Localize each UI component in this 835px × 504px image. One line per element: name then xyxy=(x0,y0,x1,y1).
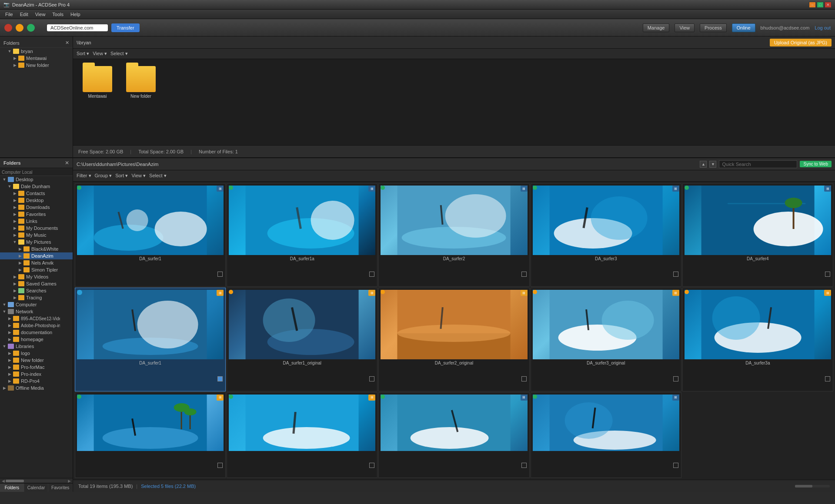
tree-computer[interactable]: ▼ Computer xyxy=(0,301,73,308)
folder-item-mentawai[interactable]: Mentawai xyxy=(80,66,115,99)
filter-btn[interactable]: Filter ▾ xyxy=(77,173,91,179)
upper-select-btn[interactable]: Select ▾ xyxy=(110,51,128,56)
thumb-check-6[interactable] xyxy=(217,376,223,381)
tree-mydocs[interactable]: ▶ My Documents xyxy=(0,225,73,232)
tree-blackwhite[interactable]: ▶ Black&White xyxy=(0,245,73,252)
tree-newfolder2[interactable]: ▶ New folder xyxy=(0,357,73,364)
folder-item-newfolder-large[interactable]: New folder xyxy=(124,66,158,99)
thumb-check-3[interactable] xyxy=(521,272,527,277)
thumb-check-14[interactable] xyxy=(673,463,678,468)
thumb-dasurfer3a[interactable]: ⊞ DA_surfer3a xyxy=(682,288,833,391)
tree-network[interactable]: ▼ Network xyxy=(0,308,73,315)
upper-sort-btn[interactable]: Sort ▾ xyxy=(77,51,89,56)
circle-yellow[interactable] xyxy=(16,24,23,32)
circle-red[interactable] xyxy=(4,24,12,32)
minimize-button[interactable]: – xyxy=(809,2,816,8)
tree-desktop2[interactable]: ▶ Desktop xyxy=(0,197,73,204)
tree-libraries[interactable]: ▼ Libraries xyxy=(0,343,73,350)
tree-895[interactable]: ▶ 895-ACDSee12-VideoConvert xyxy=(0,315,73,322)
close-button[interactable]: ✕ xyxy=(825,2,832,8)
tab-calendar[interactable]: Calendar xyxy=(24,484,49,492)
online-button[interactable]: Online xyxy=(732,23,755,32)
tree-tracing[interactable]: ▶ Tracing xyxy=(0,294,73,301)
view-btn[interactable]: View ▾ xyxy=(131,173,146,179)
thumb-check-5[interactable] xyxy=(825,272,830,277)
scroll-right[interactable]: ▶ xyxy=(68,479,71,483)
thumb-check-11[interactable] xyxy=(217,463,223,468)
maximize-button[interactable]: □ xyxy=(817,2,824,8)
menu-help[interactable]: Help xyxy=(67,11,84,18)
thumb-check-13[interactable] xyxy=(521,463,527,468)
tree-item-mentawai[interactable]: ▶ Mentawai xyxy=(0,55,73,62)
thumb-check-2[interactable] xyxy=(369,272,374,277)
view-button[interactable]: View xyxy=(675,23,695,32)
upper-view-btn[interactable]: View ▾ xyxy=(93,51,107,56)
tree-logo[interactable]: ▶ logo xyxy=(0,350,73,357)
tree-daledunham[interactable]: ▼ Dale Dunham xyxy=(0,183,73,190)
tree-rdpro4[interactable]: ▶ RD-Pro4 xyxy=(0,378,73,385)
upload-button[interactable]: Upload Original (as JPG) xyxy=(770,39,832,46)
sidebar-close-btn[interactable]: ✕ xyxy=(65,160,69,166)
thumb-dasurfer1[interactable]: ⊞ DA_surfer1 xyxy=(75,183,226,287)
tree-deanazim[interactable]: ▶ DeanAzim xyxy=(0,252,73,259)
thumb-check-1[interactable] xyxy=(217,272,223,277)
expand-newfolder[interactable]: ▶ xyxy=(12,63,17,68)
thumb-dasurfer2orig[interactable]: ⊞ DA_surfer2_original xyxy=(378,288,529,391)
tree-links[interactable]: ▶ Links xyxy=(0,218,73,225)
tree-desktop[interactable]: ▼ Desktop xyxy=(0,176,73,183)
tree-searches[interactable]: ▶ Searches xyxy=(0,287,73,294)
tab-folders[interactable]: Folders xyxy=(0,484,24,492)
tab-favorites[interactable]: Favorites xyxy=(48,484,73,492)
thumb-dasurfer4[interactable]: ⊞ DA_surfer4 xyxy=(682,183,833,287)
thumb-row3-4[interactable]: ⊞ xyxy=(531,392,681,478)
sync-button[interactable]: Sync to Web xyxy=(800,161,832,167)
transfer-button[interactable]: Transfer xyxy=(111,23,140,32)
tree-myvideos[interactable]: ▶ My Videos xyxy=(0,273,73,280)
thumb-check-12[interactable] xyxy=(369,463,374,468)
tree-favorites[interactable]: ▶ Favorites xyxy=(0,211,73,218)
group-btn[interactable]: Group ▾ xyxy=(95,173,112,179)
thumb-dasurfer3orig[interactable]: ⊞ DA_surfer3_original xyxy=(531,288,681,391)
path-up-btn[interactable]: ▲ xyxy=(700,161,707,168)
thumb-check-8[interactable] xyxy=(521,376,527,381)
tree-documentation[interactable]: ▶ documentation xyxy=(0,329,73,336)
logout-link[interactable]: Log out xyxy=(815,25,831,30)
thumb-check-7[interactable] xyxy=(369,376,374,381)
manage-button[interactable]: Manage xyxy=(643,23,670,32)
thumb-dasurfer1-sel[interactable]: ⊞ DA_surfer1 xyxy=(75,288,226,391)
thumb-dasurfer1orig[interactable]: ⊞ DA_surfer1_original xyxy=(227,288,377,391)
tree-proformac[interactable]: ▶ Pro-forMac xyxy=(0,364,73,371)
thumb-row3-3[interactable]: ⊞ xyxy=(378,392,529,478)
thumb-check-10[interactable] xyxy=(825,376,830,381)
menu-edit[interactable]: Edit xyxy=(17,11,32,18)
tree-mypictures[interactable]: ▼ My Pictures xyxy=(0,239,73,245)
menu-view[interactable]: View xyxy=(32,11,49,18)
expand-bryan[interactable]: ▼ xyxy=(7,49,12,54)
tree-downloads[interactable]: ▶ Downloads xyxy=(0,204,73,211)
tree-homepage[interactable]: ▶ homepage xyxy=(0,336,73,343)
tree-item-newfolder[interactable]: ▶ New folder xyxy=(0,62,73,69)
expand-mentawai[interactable]: ▶ xyxy=(12,56,17,61)
thumb-dasurfer1a[interactable]: ⊞ DA_surfer1a xyxy=(227,183,377,287)
menu-tools[interactable]: Tools xyxy=(49,11,67,18)
thumb-dasurfer2[interactable]: ⊞ DA_surfer2 xyxy=(378,183,529,287)
thumb-row3-2[interactable]: ⊞ xyxy=(227,392,377,478)
upper-sidebar-close[interactable]: ✕ xyxy=(65,40,69,46)
tree-offline[interactable]: ▶ Offline Media xyxy=(0,385,73,391)
tree-simontipler[interactable]: ▶ Simon Tipler xyxy=(0,266,73,273)
tree-mymusic[interactable]: ▶ My Music xyxy=(0,232,73,239)
tree-nelsanvik[interactable]: ▶ Nels Anvik xyxy=(0,259,73,266)
thumb-dasurfer3[interactable]: ⊞ DA_surfer3 xyxy=(531,183,681,287)
thumb-check-4[interactable] xyxy=(673,272,678,277)
path-down-btn[interactable]: ▼ xyxy=(709,161,716,168)
tree-adobe[interactable]: ▶ Adobe-Photoshop-installer-sc xyxy=(0,322,73,329)
scroll-left[interactable]: ◀ xyxy=(2,479,5,483)
quick-search-input[interactable] xyxy=(719,160,797,168)
circle-green[interactable] xyxy=(27,24,35,32)
zoom-slider[interactable] xyxy=(795,485,830,487)
tree-proindex[interactable]: ▶ Pro-index xyxy=(0,371,73,378)
acdsee-url[interactable]: ACDSeeOnline.com xyxy=(47,24,108,31)
process-button[interactable]: Process xyxy=(700,23,727,32)
tree-savedgames[interactable]: ▶ Saved Games xyxy=(0,280,73,287)
menu-file[interactable]: File xyxy=(2,11,17,18)
